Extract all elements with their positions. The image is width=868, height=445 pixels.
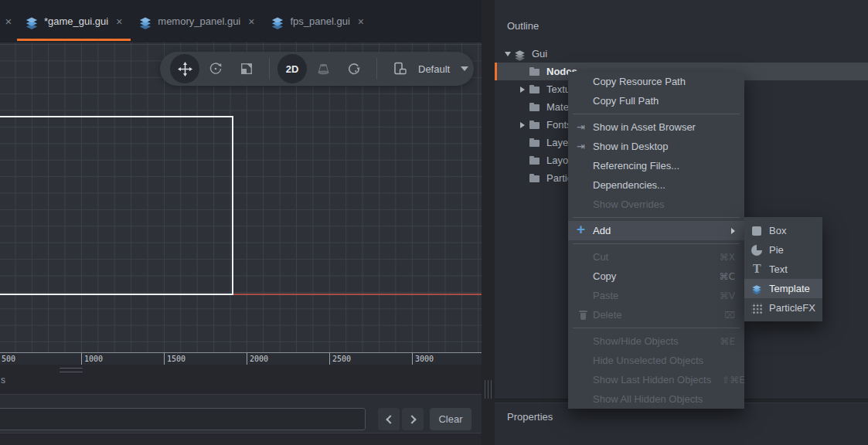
- vertical-splitter[interactable]: [482, 0, 495, 445]
- ruler-tick: 1000: [81, 353, 103, 365]
- menu-item-icon: [576, 373, 593, 387]
- context-menu-item[interactable]: Referencing Files...: [568, 156, 744, 175]
- scene-viewport[interactable]: 2D Default: [0, 42, 482, 365]
- editor-tab[interactable]: *game_gui.gui ×: [17, 0, 131, 42]
- tab-label: memory_panel.gui: [158, 15, 240, 27]
- panel-drag-handle[interactable]: [60, 368, 83, 372]
- context-menu-item[interactable]: Copy ⌘C: [568, 267, 744, 286]
- context-menu-item: Show All Hidden Objects: [568, 389, 744, 409]
- editor-tab-bar: × *game_gui.gui × memory_panel.gui × fps…: [0, 0, 482, 42]
- bottom-tab-label-fragment[interactable]: s: [1, 375, 5, 386]
- menu-item-label: Copy Full Path: [593, 95, 659, 107]
- menu-item-icon: [576, 75, 593, 89]
- context-menu-item: Show Overrides: [568, 195, 744, 214]
- expand-arrow-icon[interactable]: [501, 52, 514, 56]
- gui-scene-icon: [139, 15, 151, 28]
- menu-item-label: Show in Desktop: [593, 141, 669, 152]
- expand-arrow-icon[interactable]: [516, 87, 529, 93]
- tab-label: fps_panel.gui: [290, 15, 349, 27]
- display-profile-value: Default: [418, 63, 450, 75]
- close-icon[interactable]: ×: [0, 15, 17, 28]
- menu-item-icon: [576, 159, 593, 173]
- context-menu-item[interactable]: Copy Resource Path: [568, 72, 744, 91]
- gui-scene-icon: [271, 15, 284, 28]
- menu-item-label: Delete: [593, 309, 622, 321]
- tab-list: *game_gui.gui × memory_panel.gui × fps_p…: [17, 0, 373, 42]
- gui-bounds-rect: [0, 116, 233, 295]
- 2d-mode-button[interactable]: 2D: [277, 54, 307, 83]
- chevron-left-icon: [386, 415, 394, 423]
- horizontal-ruler: 50010001500200025003000: [0, 352, 482, 365]
- close-icon[interactable]: ×: [248, 15, 254, 28]
- gui-icon: [514, 48, 526, 60]
- context-menu-item[interactable]: Show in Desktop: [568, 137, 744, 156]
- particlefx-icon: [751, 303, 762, 314]
- properties-panel-title: Properties: [507, 411, 553, 423]
- chevron-down-icon: [461, 66, 468, 71]
- context-menu-item[interactable]: Dependencies...: [568, 175, 744, 195]
- context-menu-item[interactable]: [568, 240, 744, 247]
- folder-icon: [529, 155, 541, 167]
- menu-item-label: Show Last Hidden Objects: [593, 374, 711, 386]
- bottom-status-strip: [0, 433, 482, 445]
- menu-item-icon: [576, 178, 593, 192]
- menu-item-label: Copy: [593, 270, 616, 282]
- scale-tool-icon: [240, 62, 254, 76]
- tab-label: *game_gui.gui: [44, 15, 108, 27]
- context-menu-item[interactable]: Copy Full Path: [568, 91, 744, 110]
- display-profile-select[interactable]: Default: [415, 63, 471, 75]
- menu-item-icon: [576, 289, 593, 303]
- submenu-item[interactable]: Template: [744, 279, 822, 298]
- context-menu-item[interactable]: [568, 110, 744, 117]
- submenu-item-label: Box: [769, 225, 786, 236]
- reload-resources-button[interactable]: [339, 53, 369, 84]
- editor-tab[interactable]: memory_panel.gui ×: [131, 0, 263, 42]
- clear-button[interactable]: Clear: [430, 408, 471, 430]
- find-previous-button[interactable]: [378, 408, 400, 430]
- jump-icon: [576, 121, 593, 134]
- trash-icon: [576, 308, 593, 322]
- menu-item-label: Show in Asset Browser: [593, 121, 696, 133]
- submenu-item-label: ParticleFX: [769, 302, 815, 314]
- search-input[interactable]: [0, 408, 366, 430]
- add-icon: [576, 224, 593, 238]
- menu-item-icon: [576, 270, 593, 284]
- scale-tool-button[interactable]: [231, 53, 262, 84]
- folder-icon: [529, 137, 541, 149]
- device-profile-button[interactable]: [384, 53, 415, 84]
- 2d-mode-label: 2D: [286, 63, 299, 75]
- context-menu-item[interactable]: Show in Asset Browser: [568, 117, 744, 137]
- context-menu-item[interactable]: [568, 324, 744, 331]
- submenu-item[interactable]: Pie: [744, 240, 822, 260]
- menu-item-icon: [576, 250, 593, 264]
- console-search-bar: Clear: [0, 394, 482, 433]
- box-icon: [751, 226, 762, 236]
- submenu-item[interactable]: Box: [744, 221, 822, 240]
- ruler-tick-label: 2500: [332, 355, 351, 363]
- expand-arrow-icon[interactable]: [516, 122, 529, 128]
- splitter-drag-handle[interactable]: [485, 380, 492, 399]
- move-tool-button[interactable]: [170, 54, 199, 83]
- submenu-item[interactable]: ParticleFX: [744, 298, 822, 318]
- close-icon[interactable]: ×: [116, 15, 122, 28]
- context-menu-item: Cut ⌘X: [568, 247, 744, 267]
- menu-item-label: Copy Resource Path: [593, 76, 686, 87]
- device-profile-icon: [392, 61, 407, 76]
- submenu-item[interactable]: Text: [744, 260, 822, 279]
- context-menu-item[interactable]: [568, 214, 744, 221]
- folder-icon: [529, 119, 541, 131]
- find-next-button[interactable]: [402, 408, 424, 430]
- folder-icon: [529, 66, 541, 78]
- x-axis-line: [233, 294, 482, 295]
- ruler-tick: 2500: [329, 353, 351, 365]
- folder-icon: [529, 101, 541, 114]
- rotate-tool-button[interactable]: [200, 53, 231, 84]
- menu-item-label: Dependencies...: [593, 179, 665, 191]
- context-menu-item[interactable]: Add: [568, 221, 744, 240]
- editor-tab[interactable]: fps_panel.gui ×: [263, 0, 373, 42]
- tree-row[interactable]: Gui: [495, 45, 868, 63]
- menu-item-label: Show Overrides: [593, 199, 664, 210]
- gui-scene-icon: [26, 15, 38, 28]
- close-icon[interactable]: ×: [358, 15, 364, 28]
- frustum-culling-button[interactable]: [308, 53, 339, 84]
